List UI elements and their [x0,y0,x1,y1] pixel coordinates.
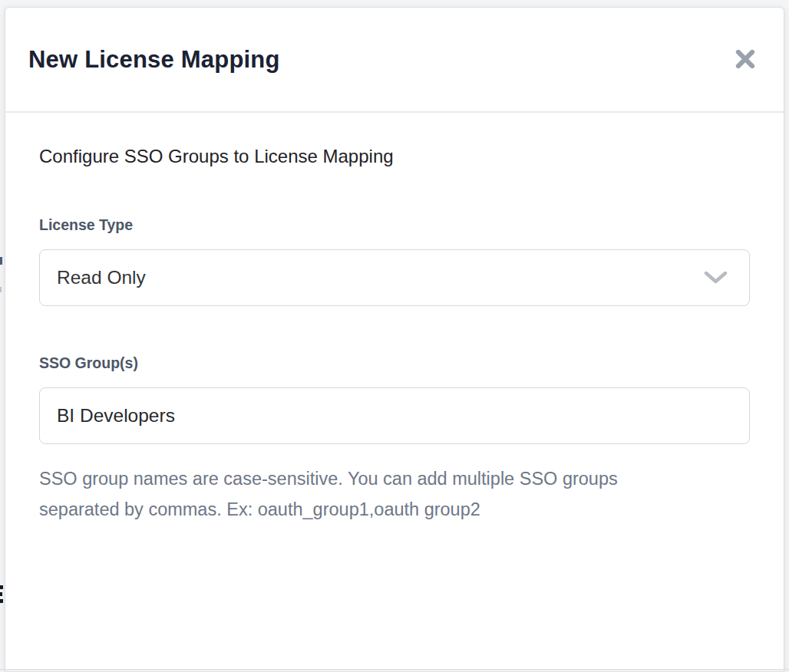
license-type-selected-value: Read Only [40,267,146,288]
dialog-description: Configure SSO Groups to License Mapping [39,145,750,168]
dialog-body: Configure SSO Groups to License Mapping … [5,113,784,525]
new-license-mapping-dialog: New License Mapping Configure SSO Groups… [5,7,784,672]
close-icon [733,47,758,71]
license-type-label: License Type [39,216,750,234]
sso-groups-help-text: SSO group names are case-sensitive. You … [39,463,698,525]
sso-groups-label: SSO Group(s) [39,354,750,372]
close-button[interactable] [727,41,764,77]
background-artifact [0,257,2,265]
viewport-bottom-divider [0,669,789,670]
background-list-icon [0,599,3,603]
background-artifact [0,287,2,292]
license-type-select[interactable]: Read Only [39,249,750,306]
background-list-icon [0,585,3,589]
background-list-icon [0,592,2,596]
dialog-header: New License Mapping [5,8,784,113]
chevron-down-icon [704,271,728,285]
dialog-title: New License Mapping [28,46,280,74]
sso-groups-input[interactable] [39,387,750,444]
